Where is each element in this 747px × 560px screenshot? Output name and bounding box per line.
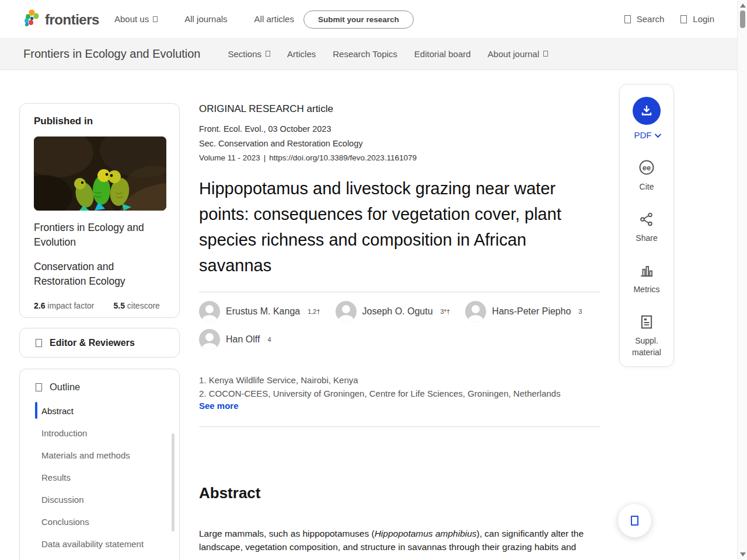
download-pdf-button[interactable] — [633, 97, 661, 125]
article-doi-link[interactable]: https://doi.org/10.3389/fevo.2023.116107… — [269, 153, 417, 162]
outline-item-results[interactable]: Results — [20, 466, 179, 488]
article-volume: Volume 11 - 2023 — [199, 153, 260, 162]
document-icon — [639, 314, 654, 330]
nav-all-articles[interactable]: All articles — [254, 14, 294, 24]
chevron-down-icon — [654, 131, 661, 137]
svg-text:ee: ee — [643, 163, 651, 172]
author-affil-sup: 3*† — [441, 308, 451, 315]
outline-item-discussion[interactable]: Discussion — [20, 488, 179, 510]
see-more-link[interactable]: See more — [199, 401, 239, 411]
download-icon — [640, 104, 654, 118]
login-button[interactable]: Login — [680, 14, 714, 24]
published-in-heading: Published in — [34, 116, 165, 127]
journal-subnav: Frontiers in Ecology and Evolution Secti… — [0, 38, 747, 70]
journal-stats: 2.6 impact factor 5.5 citescore — [34, 301, 165, 310]
search-icon — [624, 15, 631, 23]
metrics-icon — [639, 263, 654, 278]
abstract-heading: Abstract — [199, 484, 601, 502]
outline-item-introduction[interactable]: Introduction — [20, 422, 179, 444]
author-piepho[interactable]: Hans-Peter Piepho 3 — [465, 301, 582, 322]
author-affil-sup: 3 — [578, 308, 582, 315]
submit-research-button[interactable]: Submit your research — [303, 10, 414, 29]
published-in-section-name[interactable]: Conservation and Restoration Ecology — [34, 260, 165, 289]
login-icon — [680, 15, 687, 23]
page-scrollbar[interactable] — [737, 0, 747, 560]
dropdown-icon — [266, 51, 270, 57]
outline-item-abstract[interactable]: Abstract — [20, 400, 179, 422]
nav-all-journals[interactable]: All journals — [184, 14, 227, 24]
affiliations: 1. Kenya Wildlife Service, Nairobi, Keny… — [199, 374, 601, 411]
article-volume-doi: Volume 11 - 2023 | https://doi.org/10.33… — [199, 153, 601, 162]
share-icon — [639, 212, 654, 227]
abstract-paragraph: Large mammals, such as hippopotamuses (H… — [199, 527, 601, 554]
pdf-dropdown[interactable]: PDF — [634, 130, 659, 140]
chat-icon — [631, 516, 638, 526]
author-kanga[interactable]: Erustus M. Kanga 1,2† — [199, 301, 320, 322]
outline-icon — [36, 383, 42, 391]
divider — [199, 426, 601, 427]
divider — [199, 292, 601, 292]
journal-subnav-links: Sections Articles Research Topics Editor… — [228, 49, 549, 59]
cite-icon: ee — [638, 159, 655, 176]
editor-reviewers-label: Editor & Reviewers — [50, 338, 135, 348]
author-affil-sup: 4 — [267, 336, 271, 343]
scrollbar-down-arrow[interactable] — [740, 552, 746, 556]
top-right-actions: Search Login — [624, 0, 714, 38]
outline-scrollbar-thumb[interactable] — [172, 433, 174, 531]
metrics-button[interactable]: Metrics — [633, 263, 659, 295]
supplementary-material-button[interactable]: Suppl. material — [632, 314, 661, 358]
published-in-journal-name[interactable]: Frontiers in Ecology and Evolution — [34, 220, 165, 250]
author-list: Erustus M. Kanga 1,2† Joseph O. Ogutu 3*… — [199, 301, 601, 350]
author-avatar-icon — [199, 301, 220, 322]
journal-title-link[interactable]: Frontiers in Ecology and Evolution — [23, 47, 201, 61]
citescore: 5.5 citescore — [114, 301, 160, 310]
author-ogutu[interactable]: Joseph O. Ogutu 3*† — [336, 301, 451, 322]
nav-about-us[interactable]: About us — [114, 14, 158, 24]
author-avatar-icon — [465, 301, 486, 322]
subnav-about-journal[interactable]: About journal — [488, 49, 548, 59]
species-name-italic: Hippopotamus amphibius — [375, 528, 477, 538]
published-in-card: Published in — [19, 103, 180, 318]
editor-reviewers-card[interactable]: Editor & Reviewers — [19, 328, 180, 358]
cite-button[interactable]: ee Cite — [638, 159, 655, 192]
author-affil-sup: 1,2† — [308, 308, 320, 315]
affiliation-2: 2. COCON-CEES, University of Groningen, … — [199, 387, 601, 401]
outline-item-conclusions[interactable]: Conclusions — [20, 510, 179, 533]
impact-factor: 2.6 impact factor — [34, 301, 95, 310]
subnav-sections[interactable]: Sections — [228, 49, 271, 59]
author-avatar-icon — [336, 301, 357, 322]
scrollbar-thumb[interactable] — [740, 10, 745, 28]
outline-item-data-availability[interactable]: Data availability statement — [20, 533, 179, 555]
chat-help-button[interactable] — [618, 504, 651, 537]
separator: | — [264, 153, 266, 162]
frontiers-logo-icon — [23, 9, 40, 30]
subnav-articles[interactable]: Articles — [287, 49, 316, 59]
editor-reviewers-icon — [36, 339, 42, 347]
article-action-panel: PDF ee Cite Share — [619, 84, 674, 367]
search-button[interactable]: Search — [624, 14, 665, 24]
outline-header: Outline — [20, 369, 179, 400]
article-citation: Front. Ecol. Evol., 03 October 2023 — [199, 124, 601, 134]
top-navigation: About us All journals All articles — [114, 0, 294, 38]
journal-cover-photo[interactable] — [34, 136, 166, 211]
author-olff[interactable]: Han Olff 4 — [199, 329, 271, 350]
article-type-label: ORIGINAL RESEARCH article — [199, 103, 601, 115]
author-avatar-icon — [199, 329, 220, 350]
outline-heading: Outline — [50, 382, 80, 393]
article-title: Hippopotamus and livestock grazing near … — [199, 176, 601, 278]
top-header: frontiers About us All journals All arti… — [0, 0, 747, 38]
dropdown-icon — [543, 51, 548, 57]
scrollbar-up-arrow[interactable] — [740, 4, 746, 8]
article-main: ORIGINAL RESEARCH article Front. Ecol. E… — [199, 103, 601, 554]
outline-list: Abstract Introduction Materials and meth… — [20, 400, 179, 555]
subnav-editorial-board[interactable]: Editorial board — [414, 49, 471, 59]
frontiers-logo[interactable]: frontiers — [23, 9, 99, 30]
subnav-research-topics[interactable]: Research Topics — [333, 49, 397, 59]
affiliation-1: 1. Kenya Wildlife Service, Nairobi, Keny… — [199, 374, 601, 387]
outline-card: Outline Abstract Introduction Materials … — [19, 369, 180, 560]
frontiers-logo-text: frontiers — [45, 12, 99, 28]
frontiers-article-page: frontiers About us All journals All arti… — [0, 0, 747, 560]
article-section: Sec. Conservation and Restoration Ecolog… — [199, 139, 601, 148]
outline-item-materials-methods[interactable]: Materials and methods — [20, 444, 179, 466]
share-button[interactable]: Share — [636, 212, 657, 244]
